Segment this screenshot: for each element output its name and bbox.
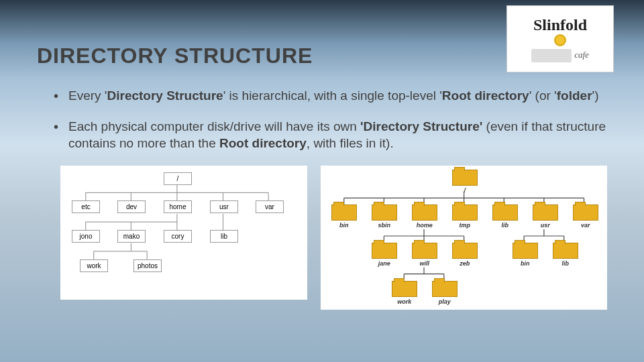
node: work bbox=[80, 259, 108, 272]
folder-icon bbox=[452, 204, 478, 221]
folder-icon bbox=[392, 281, 417, 297]
folder-icon bbox=[372, 243, 397, 259]
folder: usr bbox=[530, 204, 561, 229]
folder: bin bbox=[329, 204, 360, 229]
folder-icon bbox=[452, 170, 478, 186]
folder: will bbox=[409, 243, 440, 267]
bullet-1: Every 'Directory Structure' is hierarchi… bbox=[54, 87, 607, 105]
folder: sbin bbox=[369, 204, 400, 229]
node: cory bbox=[164, 230, 192, 243]
node: lib bbox=[210, 230, 238, 243]
folder-icon bbox=[331, 204, 357, 221]
logo-main: Slinfold bbox=[533, 16, 587, 34]
logo: Slinfold cafe bbox=[506, 5, 614, 72]
node: home bbox=[164, 200, 192, 213]
logo-sub: cafe bbox=[574, 50, 589, 60]
folder: var bbox=[570, 204, 601, 229]
folder-root: / bbox=[449, 170, 480, 194]
folder-icon bbox=[432, 281, 458, 297]
keyboard-icon bbox=[531, 49, 572, 62]
folder: play bbox=[429, 281, 460, 305]
node: var bbox=[256, 200, 284, 213]
folder-icon bbox=[513, 243, 538, 259]
folder-icon bbox=[372, 204, 397, 221]
bullet-list: Every 'Directory Structure' is hierarchi… bbox=[37, 87, 607, 152]
folder: bin bbox=[510, 243, 541, 267]
node-root: / bbox=[164, 172, 192, 185]
folder: tmp bbox=[449, 204, 480, 229]
folder: work bbox=[389, 281, 420, 305]
bullet-2: Each physical computer disk/drive will h… bbox=[54, 118, 607, 152]
folder: lib bbox=[490, 204, 521, 229]
node: dev bbox=[117, 200, 146, 213]
folder: home bbox=[409, 204, 440, 229]
folder: jane bbox=[369, 243, 400, 267]
compass-icon bbox=[554, 34, 566, 46]
node: mako bbox=[117, 230, 146, 243]
node: photos bbox=[133, 259, 162, 272]
folder-icon bbox=[553, 243, 578, 259]
node: etc bbox=[72, 200, 100, 213]
folder: zeb bbox=[449, 243, 480, 267]
folder-icon bbox=[533, 204, 558, 221]
folder-icon bbox=[452, 243, 478, 259]
folder-icon bbox=[412, 243, 437, 259]
folder: lib bbox=[550, 243, 581, 267]
node: jono bbox=[72, 230, 100, 243]
folder-icon bbox=[492, 204, 518, 221]
tree-diagram-left: / etc dev home usr var jono mako cory li… bbox=[60, 166, 307, 300]
folder-icon bbox=[412, 204, 437, 221]
folder-icon bbox=[573, 204, 598, 221]
node: usr bbox=[210, 200, 238, 213]
tree-diagram-right: / bin sbin home tmp lib usr var jane wil… bbox=[321, 166, 607, 310]
